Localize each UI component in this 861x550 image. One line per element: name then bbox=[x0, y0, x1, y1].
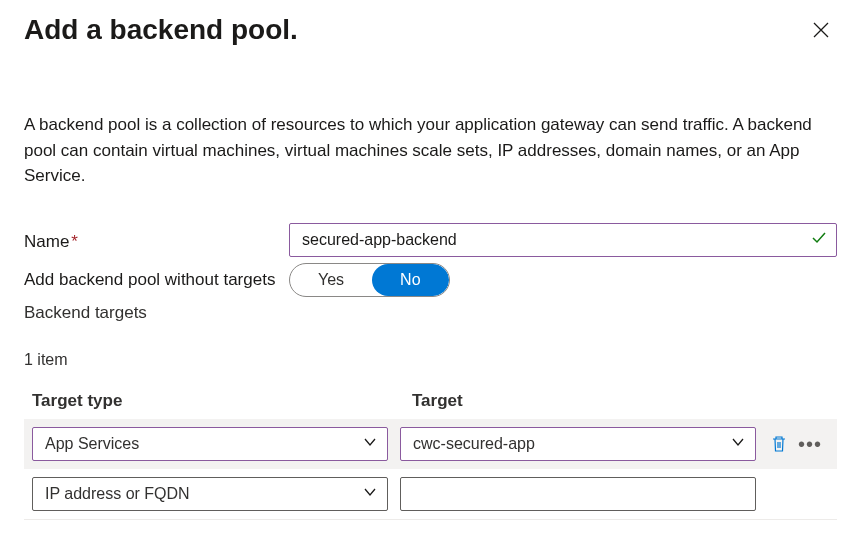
close-icon bbox=[813, 22, 829, 38]
target-input[interactable] bbox=[400, 477, 756, 511]
no-targets-label: Add backend pool without targets bbox=[24, 270, 289, 290]
target-type-select[interactable]: App Services bbox=[32, 427, 388, 461]
panel-description: A backend pool is a collection of resour… bbox=[24, 112, 837, 189]
column-target: Target bbox=[412, 391, 792, 411]
target-select[interactable]: cwc-secured-app bbox=[400, 427, 756, 461]
more-button[interactable]: ••• bbox=[798, 434, 822, 454]
no-targets-toggle[interactable]: Yes No bbox=[289, 263, 450, 297]
toggle-yes[interactable]: Yes bbox=[290, 264, 372, 296]
delete-button[interactable] bbox=[768, 433, 790, 455]
chevron-down-icon bbox=[731, 435, 745, 453]
chevron-down-icon bbox=[363, 485, 377, 503]
targets-table: Target type Target App Services cwc-secu… bbox=[24, 383, 837, 520]
item-count: 1 item bbox=[24, 351, 837, 369]
target-type-value: App Services bbox=[45, 435, 139, 453]
panel-title: Add a backend pool. bbox=[24, 14, 298, 46]
target-type-select[interactable]: IP address or FQDN bbox=[32, 477, 388, 511]
more-icon: ••• bbox=[798, 433, 822, 455]
check-icon bbox=[811, 230, 827, 250]
target-type-value: IP address or FQDN bbox=[45, 485, 190, 503]
required-asterisk: * bbox=[71, 232, 78, 251]
name-input[interactable] bbox=[289, 223, 837, 257]
target-value: cwc-secured-app bbox=[413, 435, 535, 453]
backend-targets-label: Backend targets bbox=[24, 303, 837, 323]
name-label: Name* bbox=[24, 228, 289, 252]
trash-icon bbox=[770, 435, 788, 453]
table-row: App Services cwc-secured-app ••• bbox=[24, 419, 837, 469]
toggle-no[interactable]: No bbox=[372, 264, 448, 296]
chevron-down-icon bbox=[363, 435, 377, 453]
table-row: IP address or FQDN bbox=[24, 469, 837, 520]
close-button[interactable] bbox=[805, 14, 837, 46]
column-target-type: Target type bbox=[32, 391, 412, 411]
